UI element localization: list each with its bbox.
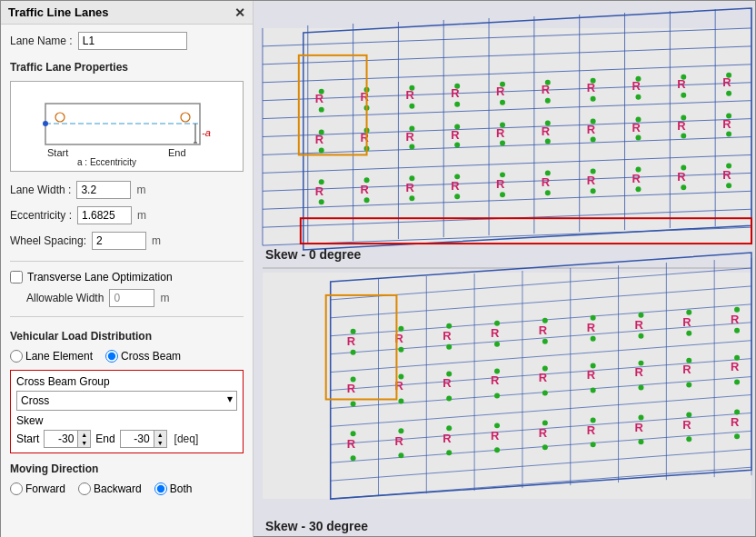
left-panel: Traffic Line Lanes ✕ Lane Name : Traffic… <box>1 1 254 537</box>
svg-point-89 <box>364 197 370 203</box>
svg-text:R: R <box>634 318 643 332</box>
lane-element-radio[interactable] <box>10 350 23 363</box>
svg-point-200 <box>351 455 356 461</box>
backward-radio[interactable] <box>78 482 91 495</box>
svg-text:R: R <box>539 371 548 384</box>
end-skew-down-button[interactable]: ▼ <box>154 439 166 447</box>
lane-width-input[interactable] <box>76 181 131 199</box>
forward-label: Forward <box>25 482 65 495</box>
svg-point-74 <box>591 137 596 143</box>
svg-point-205 <box>591 442 596 447</box>
svg-text:R: R <box>405 88 414 102</box>
both-radio[interactable] <box>154 482 167 495</box>
svg-point-93 <box>545 190 551 195</box>
svg-point-77 <box>726 132 731 137</box>
lane-width-unit: m <box>136 184 145 196</box>
svg-text:R: R <box>451 86 460 100</box>
svg-text:R: R <box>539 426 548 440</box>
svg-point-198 <box>686 412 691 417</box>
svg-point-165 <box>398 347 403 353</box>
svg-text:R: R <box>443 376 452 390</box>
svg-point-57 <box>726 91 731 96</box>
svg-point-184 <box>446 395 452 401</box>
end-skew-input[interactable] <box>120 430 154 448</box>
svg-text:R: R <box>731 415 740 429</box>
cross-beam-label: Cross Beam <box>121 350 181 363</box>
svg-text:R: R <box>315 92 324 105</box>
svg-text:R: R <box>347 437 356 451</box>
allowable-width-input[interactable] <box>109 289 154 307</box>
svg-text:R: R <box>315 133 324 146</box>
forward-radio[interactable] <box>10 482 23 495</box>
bridge-diagram-svg: RRR RRR RRR R RRR RRR RRR R RRR RRR RRR … <box>254 1 755 536</box>
title-bar: Traffic Line Lanes ✕ <box>1 1 253 25</box>
svg-rect-131 <box>263 273 751 499</box>
svg-text:R: R <box>731 313 740 326</box>
svg-text:R: R <box>361 183 370 196</box>
svg-point-170 <box>638 333 643 339</box>
cross-beam-radio[interactable] <box>105 350 118 363</box>
start-spin-label: Start <box>16 433 39 445</box>
cross-beam-group-label: Cross Beam Group <box>16 375 237 388</box>
svg-text:R: R <box>451 128 460 142</box>
svg-text:R: R <box>587 174 596 187</box>
close-button[interactable]: ✕ <box>234 5 245 20</box>
eccentricity-input[interactable] <box>77 206 132 224</box>
svg-text:-a: -a <box>202 127 211 138</box>
svg-point-196 <box>591 417 596 423</box>
svg-point-166 <box>446 344 452 350</box>
svg-text:R: R <box>632 79 641 93</box>
svg-point-201 <box>398 452 403 458</box>
svg-point-48 <box>319 107 324 113</box>
deq-label: [deq] <box>174 433 199 445</box>
svg-text:R: R <box>731 360 740 373</box>
svg-text:R: R <box>361 132 370 145</box>
window-title: Traffic Line Lanes <box>8 5 109 19</box>
svg-point-202 <box>446 450 452 455</box>
svg-point-2 <box>55 113 65 122</box>
svg-point-3 <box>181 113 190 122</box>
svg-point-169 <box>591 336 596 342</box>
svg-point-208 <box>734 433 740 439</box>
svg-point-73 <box>545 139 551 144</box>
svg-point-75 <box>635 135 641 141</box>
backward-label: Backward <box>94 482 142 495</box>
svg-text:R: R <box>315 184 324 198</box>
svg-point-168 <box>542 339 548 344</box>
svg-point-187 <box>591 388 596 393</box>
transverse-optimization-checkbox[interactable] <box>10 271 23 283</box>
svg-point-88 <box>319 199 324 204</box>
lane-width-label: Lane Width : <box>10 184 71 196</box>
svg-point-71 <box>454 143 460 148</box>
right-panel: RRR RRR RRR R RRR RRR RRR R RRR RRR RRR … <box>254 1 755 536</box>
eccentricity-unit: m <box>137 209 146 222</box>
cross-beam-group-select[interactable]: Cross Type A Type B <box>16 391 237 411</box>
svg-point-72 <box>500 141 505 146</box>
svg-point-54 <box>591 96 596 102</box>
svg-point-164 <box>351 350 356 355</box>
lane-name-input[interactable] <box>78 32 187 50</box>
svg-text:R: R <box>451 179 460 193</box>
svg-point-94 <box>591 188 596 194</box>
start-skew-down-button[interactable]: ▼ <box>78 439 90 447</box>
svg-text:R: R <box>587 368 596 382</box>
end-skew-up-button[interactable]: ▲ <box>154 431 166 439</box>
start-skew-up-button[interactable]: ▲ <box>78 431 90 439</box>
svg-text:R: R <box>347 334 356 348</box>
svg-point-189 <box>686 383 691 388</box>
svg-point-10 <box>43 121 48 126</box>
svg-text:R: R <box>634 421 643 434</box>
svg-point-206 <box>638 439 643 444</box>
svg-point-50 <box>409 104 414 109</box>
svg-point-95 <box>635 186 641 192</box>
svg-point-183 <box>398 398 403 403</box>
start-skew-input[interactable] <box>44 430 78 448</box>
lane-diagram: -a Start End a : Eccentricity <box>10 81 244 172</box>
svg-text:R: R <box>682 363 691 376</box>
svg-point-92 <box>500 192 505 197</box>
svg-text:R: R <box>587 321 596 334</box>
svg-text:R: R <box>542 124 551 138</box>
wheel-spacing-input[interactable] <box>92 232 146 250</box>
svg-point-185 <box>494 393 500 399</box>
svg-point-204 <box>542 444 548 450</box>
